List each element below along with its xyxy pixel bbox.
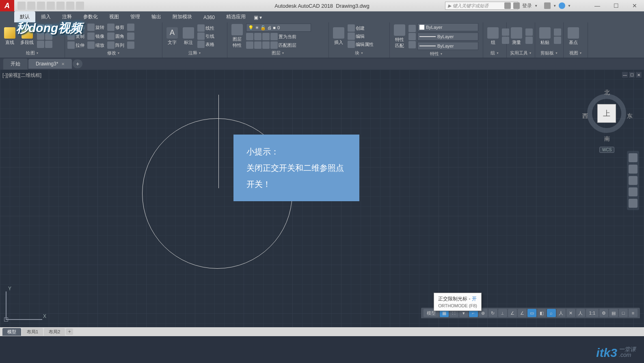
compass-west[interactable]: 西 (582, 113, 588, 120)
create-icon[interactable] (348, 24, 355, 32)
panel-layers-label[interactable]: 图层 (230, 49, 326, 57)
li5-icon[interactable] (246, 41, 253, 49)
li6-icon[interactable] (254, 41, 261, 49)
hatch-icon[interactable] (37, 41, 44, 48)
layout-tab-2[interactable]: 布局2 (44, 328, 65, 336)
exchange-icon[interactable] (504, 2, 511, 9)
qat-undo-icon[interactable] (66, 2, 74, 10)
maximize-button[interactable]: ☐ (607, 0, 625, 11)
file-tab-drawing3[interactable]: Drawing3*✕ (28, 59, 72, 69)
p1-icon[interactable] (408, 25, 416, 32)
st4[interactable]: ⚙ (599, 309, 608, 317)
panel-modify-label[interactable]: 修改 (67, 49, 160, 57)
spline-icon[interactable] (45, 41, 52, 48)
qat-open-icon[interactable] (27, 2, 35, 10)
st1[interactable]: 人 (557, 309, 566, 317)
qat-redo-icon[interactable] (76, 2, 84, 10)
c1-icon[interactable] (554, 28, 561, 36)
panel-clipboard-label[interactable]: 剪贴板 (538, 49, 561, 57)
group-button[interactable]: 组 (486, 26, 500, 46)
fillet-icon[interactable] (107, 33, 115, 40)
anno-scale[interactable]: 1:1 (586, 309, 599, 317)
qat-plot-icon[interactable] (56, 2, 65, 10)
mirror-icon[interactable] (87, 33, 95, 40)
array-icon[interactable] (107, 41, 115, 49)
li1-icon[interactable] (246, 33, 253, 40)
viewcube[interactable]: 北 南 西 东 上 WCS (583, 82, 632, 151)
compass-south[interactable]: 南 (604, 135, 610, 143)
vp-min-icon[interactable]: — (622, 72, 628, 78)
edit-icon[interactable] (348, 33, 355, 40)
dim-button[interactable]: 标注 (181, 26, 196, 46)
st5[interactable]: ▤ (609, 309, 618, 317)
ribbon-tab-addins[interactable]: 附加模块 (167, 11, 198, 22)
layout-tab-model[interactable]: 模型 (2, 328, 21, 336)
layer-combo[interactable]: 💡 ☀ 🔓 🖨 ■ 0 (246, 24, 311, 32)
ribbon-tab-manage[interactable]: 管理 (125, 11, 146, 22)
ext1-icon[interactable] (127, 24, 134, 31)
leader-icon[interactable] (197, 33, 205, 40)
st6[interactable]: □ (619, 309, 628, 317)
line-button[interactable]: 直线 (2, 26, 17, 46)
panel-annotation-label[interactable]: 注释 (165, 49, 225, 57)
login-area[interactable]: 登录 ▼ ▼ ▼ (504, 2, 571, 9)
iso-toggle[interactable]: ↻ (488, 309, 497, 317)
nav-pan-icon[interactable] (629, 165, 638, 174)
lwt-toggle[interactable]: ▭ (527, 309, 536, 317)
match-props-button[interactable]: 特性 匹配 (392, 24, 407, 50)
p2-icon[interactable] (408, 33, 416, 40)
vp-close-icon[interactable]: ✕ (636, 72, 642, 78)
panel-properties-label[interactable]: 特性 (392, 50, 480, 58)
otrack-toggle[interactable]: ∠ (518, 309, 527, 317)
color-combo[interactable]: ByLayer (417, 23, 478, 31)
compass-north[interactable]: 北 (604, 89, 610, 96)
st3[interactable]: 人 (576, 309, 585, 317)
linear-icon[interactable] (197, 24, 205, 32)
panel-view-label[interactable]: 视图 (566, 49, 585, 57)
wcs-label[interactable]: WCS (599, 147, 614, 153)
paste-button[interactable]: 粘贴 (538, 26, 552, 46)
table-icon[interactable] (197, 41, 205, 48)
drawn-line[interactable] (218, 95, 219, 188)
drawing-canvas[interactable]: [-][俯视][二维线框] — ☐ ✕ 小提示： 关闭正交开关和二维参照点开关！… (0, 70, 644, 327)
ribbon-tab-a360[interactable]: A360 (198, 13, 220, 22)
layout-tab-1[interactable]: 布局1 (22, 328, 43, 336)
app-logo[interactable]: A (0, 0, 14, 11)
ext3-icon[interactable] (127, 41, 134, 49)
u1-icon[interactable] (525, 28, 533, 36)
li3-icon[interactable] (262, 33, 270, 40)
li2-icon[interactable] (254, 33, 261, 40)
qat-saveas-icon[interactable] (47, 2, 55, 10)
li7-icon[interactable] (262, 41, 270, 49)
viewport-label[interactable]: [-][俯视][二维线框] (2, 72, 41, 79)
st7[interactable]: ≡ (629, 309, 638, 317)
vp-max-icon[interactable]: ☐ (629, 72, 635, 78)
3dosnap-toggle[interactable]: ∠ (508, 309, 517, 317)
login-label[interactable]: 登录 (522, 2, 532, 9)
panel-draw-label[interactable]: 绘图 (2, 49, 62, 57)
help-icon[interactable] (559, 2, 565, 9)
scale-icon[interactable] (87, 41, 95, 49)
file-tab-start[interactable]: 开始 (3, 59, 28, 70)
base-button[interactable]: 基点 (566, 26, 581, 46)
li4-icon[interactable] (270, 33, 278, 40)
c2-icon[interactable] (554, 37, 561, 44)
nav-showmotion-icon[interactable] (629, 199, 638, 208)
nav-orbit-icon[interactable] (629, 187, 638, 196)
trim-icon[interactable] (107, 24, 115, 31)
p3-icon[interactable] (408, 41, 416, 48)
nav-wheel-icon[interactable] (629, 153, 638, 162)
layer-props-button[interactable]: 图层 特性 (230, 23, 244, 49)
rotate-icon[interactable] (87, 24, 95, 31)
insert-button[interactable]: 插入 (331, 26, 346, 46)
measure-button[interactable]: 测量 (509, 26, 524, 46)
attr-icon[interactable] (348, 41, 355, 48)
stretch-icon[interactable] (67, 41, 75, 49)
u2-icon[interactable] (525, 37, 533, 44)
panel-block-label[interactable]: 块 (331, 49, 387, 57)
panel-groups-label[interactable]: 组 (486, 49, 504, 57)
ribbon-tab-output[interactable]: 输出 (146, 11, 167, 22)
ext2-icon[interactable] (127, 33, 134, 40)
st2[interactable]: ✕ (566, 309, 575, 317)
nav-zoom-icon[interactable] (629, 176, 638, 185)
